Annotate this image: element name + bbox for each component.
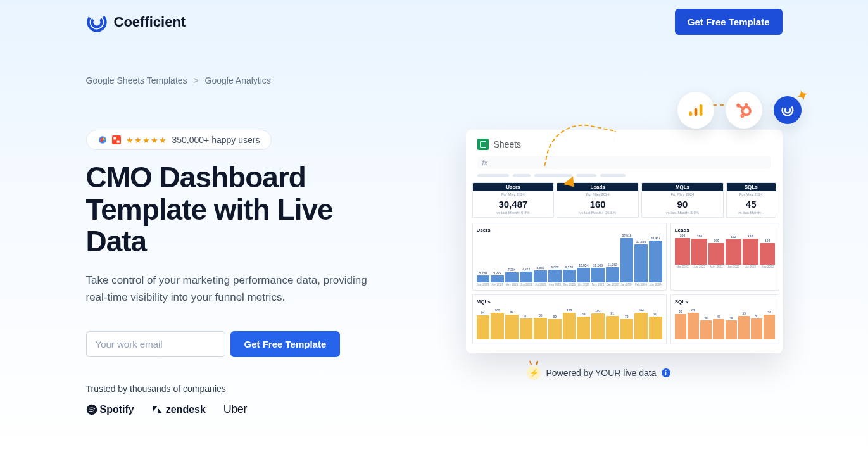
bar: 9,332Aug 2023 (548, 265, 562, 286)
kpi-value: 160 (557, 198, 638, 211)
kpi-label: Users (473, 183, 554, 191)
bar: 63 (688, 308, 699, 340)
bar: 45 (700, 316, 712, 340)
bar: 5,272Apr 2023 (491, 271, 504, 286)
bar: 200Mar 2023 (675, 234, 691, 268)
chart-panel: Users5,250Mar 20235,272Apr 20237,284May … (472, 223, 667, 291)
brand-logo[interactable]: Coefficient (86, 11, 186, 33)
bar: 5,250Mar 2023 (477, 271, 490, 286)
svg-rect-7 (689, 111, 692, 116)
info-icon[interactable]: i (662, 368, 670, 377)
hubspot-icon (726, 92, 762, 129)
bar: 160May 2023 (708, 239, 724, 268)
bar: 58 (764, 310, 775, 340)
svg-point-15 (741, 115, 743, 117)
svg-line-13 (739, 106, 743, 110)
svg-rect-8 (694, 108, 697, 116)
svg-point-17 (784, 106, 791, 114)
kpi-delta: vs last Month: 5.9% (642, 211, 723, 215)
bar: 81 (520, 314, 533, 340)
toolbar-skeleton (477, 174, 771, 177)
logo-uber: Uber (223, 403, 247, 416)
chart-title: Users (477, 227, 662, 233)
chart-title: SQLs (675, 299, 776, 305)
form-submit-button[interactable]: Get Free Template (230, 331, 341, 357)
logo-spotify: Spotify (86, 404, 134, 415)
breadcrumb-parent[interactable]: Google Sheets Templates (86, 75, 187, 85)
dashboard-preview: ✦ Sheets fx UsersFor May 202430,487vs la… (466, 130, 783, 353)
chart-panel: MQLs941039781858010389101917910490 (472, 294, 667, 344)
google-icon (98, 135, 107, 144)
google-analytics-icon (677, 92, 714, 129)
breadcrumb-current: Google Analytics (205, 75, 271, 85)
kpi-period: For May 2024 (473, 191, 554, 198)
chart-title: MQLs (477, 299, 662, 305)
kpi-period: For May 2024 (642, 191, 723, 198)
bar: 79 (620, 315, 634, 340)
svg-point-11 (745, 103, 748, 106)
svg-rect-4 (113, 137, 116, 139)
bar: 10,854Oct 2023 (577, 263, 590, 286)
kpi-row: UsersFor May 202430,487vs last Month: 9.… (472, 182, 776, 218)
powered-label: ⚡ Powered by YOUR live data i (415, 366, 783, 380)
svg-point-1 (90, 15, 104, 29)
kpi-label: MQLs (642, 183, 723, 191)
header-cta-button[interactable]: Get Free Template (675, 9, 783, 35)
svg-rect-3 (112, 135, 121, 144)
trusted-logos: Spotify zendesk Uber (86, 403, 390, 416)
chart-panel: SQLs6063454845555058 (670, 294, 780, 344)
kpi-value: 45 (727, 198, 776, 211)
bar: 192Jun 2023 (726, 235, 741, 268)
social-proof-pill: ★★★★★ 350,000+ happy users (86, 130, 272, 150)
bar: 90 (649, 312, 662, 340)
kpi-value: 90 (642, 198, 723, 211)
kpi-card: SQLsFor May 202445vs last Month: - (726, 182, 776, 218)
bar: 80 (548, 315, 562, 340)
kpi-delta: vs last Month: -26.6% (557, 211, 638, 215)
kpi-card: MQLsFor May 202490vs last Month: 5.9% (641, 182, 724, 218)
email-input[interactable] (86, 331, 225, 357)
connector-arrow (543, 117, 615, 180)
kpi-delta: vs last Month: - (727, 211, 776, 215)
logo-zendesk: zendesk (152, 404, 206, 415)
kpi-delta: vs last Month: 9.4% (473, 211, 554, 215)
zendesk-icon (152, 404, 163, 415)
bar: 94 (477, 311, 490, 340)
bar: 101 (591, 309, 605, 340)
bar: 196Jul 2023 (743, 234, 758, 268)
bar: 164Aug 2023 (760, 239, 776, 268)
brand-name: Coefficient (114, 14, 186, 30)
bar: 194Apr 2023 (691, 234, 707, 268)
page-subtitle: Take control of your marketing performan… (86, 272, 390, 306)
social-proof-text: 350,000+ happy users (172, 135, 260, 145)
bar: 32,515Jan 2024 (620, 234, 634, 286)
svg-rect-9 (699, 104, 702, 116)
bar: 103 (491, 308, 504, 340)
svg-point-16 (780, 103, 795, 118)
formula-bar: fx (477, 156, 771, 169)
bar: 7,284May 2023 (505, 268, 519, 286)
kpi-period: For May 2024 (727, 191, 776, 198)
spotify-icon (86, 404, 97, 415)
chart-panel: Leads200Mar 2023194Apr 2023160May 202319… (670, 223, 780, 291)
sheets-icon (477, 139, 489, 150)
bar: 30,487Mar 2024 (649, 236, 662, 286)
kpi-value: 30,487 (473, 198, 554, 211)
bar: 97 (505, 310, 519, 340)
bar: 7,972Jun 2023 (520, 267, 533, 286)
bar: 89 (577, 312, 590, 340)
svg-rect-5 (116, 141, 119, 143)
coefficient-logo-icon (86, 11, 108, 33)
bar: 27,896Feb 2024 (634, 240, 648, 286)
bar: 10,566Nov 2023 (591, 263, 605, 286)
bar: 9,278Sep 2023 (563, 265, 576, 286)
page-title: CMO Dashboard Template with Live Data (86, 161, 390, 258)
email-form: Get Free Template (86, 331, 390, 357)
bar: 48 (713, 315, 724, 340)
g2-icon (112, 135, 121, 144)
bar: 85 (534, 313, 547, 340)
breadcrumb-separator: > (193, 75, 198, 85)
bolt-icon: ⚡ (527, 366, 541, 380)
bar: 50 (751, 314, 762, 340)
kpi-card: UsersFor May 202430,487vs last Month: 9.… (472, 182, 555, 218)
